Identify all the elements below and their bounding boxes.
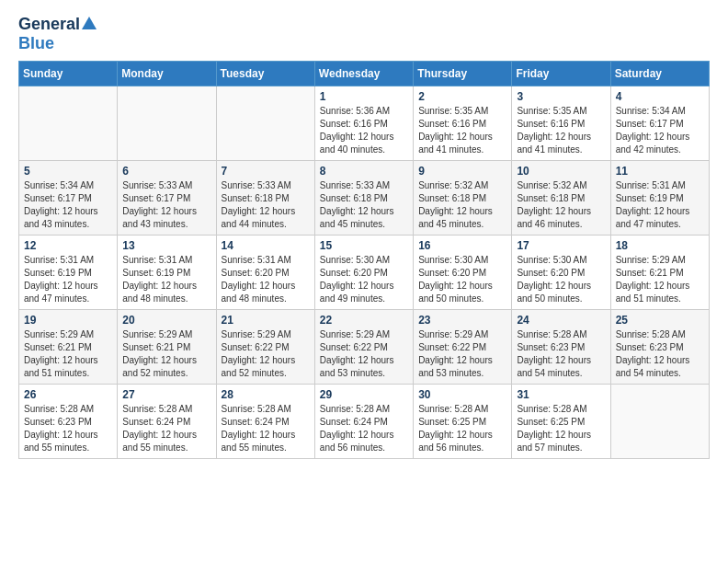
day-number: 27 [122,388,210,401]
day-number: 9 [418,165,506,178]
day-info: Sunrise: 5:29 AMSunset: 6:22 PMDaylight:… [222,328,310,380]
day-info: Sunrise: 5:31 AMSunset: 6:20 PMDaylight:… [222,254,310,305]
day-number: 25 [616,314,704,327]
day-info: Sunrise: 5:35 AMSunset: 6:16 PMDaylight:… [517,105,605,156]
calendar-week-row: 19Sunrise: 5:29 AMSunset: 6:21 PMDayligh… [19,310,710,385]
day-info: Sunrise: 5:28 AMSunset: 6:24 PMDaylight:… [122,403,210,454]
day-number: 4 [616,90,704,103]
calendar-header: SundayMondayTuesdayWednesdayThursdayFrid… [19,62,710,86]
calendar-cell: 14Sunrise: 5:31 AMSunset: 6:20 PMDayligh… [216,236,314,310]
day-info: Sunrise: 5:31 AMSunset: 6:19 PMDaylight:… [616,179,704,231]
day-number: 23 [418,314,506,327]
weekday-header: Sunday [19,62,118,86]
day-info: Sunrise: 5:29 AMSunset: 6:21 PMDaylight:… [24,328,112,380]
calendar-week-row: 12Sunrise: 5:31 AMSunset: 6:19 PMDayligh… [19,236,710,310]
calendar-cell [19,86,118,161]
day-info: Sunrise: 5:30 AMSunset: 6:20 PMDaylight:… [517,254,605,305]
day-number: 21 [222,314,310,327]
calendar-cell: 6Sunrise: 5:33 AMSunset: 6:17 PMDaylight… [118,161,216,236]
weekday-header: Friday [512,62,610,86]
day-info: Sunrise: 5:28 AMSunset: 6:25 PMDaylight:… [517,403,605,454]
day-info: Sunrise: 5:32 AMSunset: 6:18 PMDaylight:… [418,179,506,231]
day-number: 8 [320,165,408,178]
day-number: 12 [24,239,112,252]
calendar-cell: 7Sunrise: 5:33 AMSunset: 6:18 PMDaylight… [216,161,314,236]
svg-marker-0 [82,17,97,29]
day-info: Sunrise: 5:29 AMSunset: 6:22 PMDaylight:… [320,328,408,380]
day-number: 7 [222,165,310,178]
day-number: 2 [418,90,506,103]
day-info: Sunrise: 5:30 AMSunset: 6:20 PMDaylight:… [418,254,506,305]
day-number: 10 [517,165,605,178]
weekday-header: Thursday [414,62,512,86]
day-number: 30 [418,388,506,401]
calendar-week-row: 1Sunrise: 5:36 AMSunset: 6:16 PMDaylight… [19,86,710,161]
logo-general-text: General [18,15,80,34]
calendar-cell: 13Sunrise: 5:31 AMSunset: 6:19 PMDayligh… [118,236,216,310]
day-info: Sunrise: 5:35 AMSunset: 6:16 PMDaylight:… [418,105,506,156]
calendar-cell: 11Sunrise: 5:31 AMSunset: 6:19 PMDayligh… [610,161,709,236]
calendar-body: 1Sunrise: 5:36 AMSunset: 6:16 PMDaylight… [19,86,710,459]
calendar-cell: 9Sunrise: 5:32 AMSunset: 6:18 PMDaylight… [414,161,512,236]
day-info: Sunrise: 5:29 AMSunset: 6:21 PMDaylight:… [616,254,704,305]
calendar-cell: 27Sunrise: 5:28 AMSunset: 6:24 PMDayligh… [118,385,216,459]
calendar-cell: 15Sunrise: 5:30 AMSunset: 6:20 PMDayligh… [314,236,413,310]
day-number: 24 [517,314,605,327]
header-row: SundayMondayTuesdayWednesdayThursdayFrid… [19,62,710,86]
weekday-header: Monday [118,62,216,86]
page-header: General Blue [18,15,710,53]
calendar-cell: 8Sunrise: 5:33 AMSunset: 6:18 PMDaylight… [314,161,413,236]
day-number: 16 [418,239,506,252]
calendar-cell: 28Sunrise: 5:28 AMSunset: 6:24 PMDayligh… [216,385,314,459]
logo-triangle-icon [82,17,97,33]
day-number: 19 [24,314,112,327]
calendar-table: SundayMondayTuesdayWednesdayThursdayFrid… [18,61,710,459]
calendar-cell: 2Sunrise: 5:35 AMSunset: 6:16 PMDaylight… [414,86,512,161]
calendar-cell: 31Sunrise: 5:28 AMSunset: 6:25 PMDayligh… [512,385,610,459]
calendar-cell: 5Sunrise: 5:34 AMSunset: 6:17 PMDaylight… [19,161,118,236]
calendar-cell: 19Sunrise: 5:29 AMSunset: 6:21 PMDayligh… [19,310,118,385]
day-number: 29 [320,388,408,401]
day-info: Sunrise: 5:34 AMSunset: 6:17 PMDaylight:… [616,105,704,156]
calendar-cell: 18Sunrise: 5:29 AMSunset: 6:21 PMDayligh… [610,236,709,310]
day-number: 26 [24,388,112,401]
day-info: Sunrise: 5:31 AMSunset: 6:19 PMDaylight:… [122,254,210,305]
day-number: 3 [517,90,605,103]
day-info: Sunrise: 5:28 AMSunset: 6:24 PMDaylight:… [222,403,310,454]
day-info: Sunrise: 5:32 AMSunset: 6:18 PMDaylight:… [517,179,605,231]
day-number: 15 [320,239,408,252]
calendar-cell: 30Sunrise: 5:28 AMSunset: 6:25 PMDayligh… [414,385,512,459]
day-number: 1 [320,90,408,103]
day-info: Sunrise: 5:33 AMSunset: 6:18 PMDaylight:… [222,179,310,231]
day-number: 31 [517,388,605,401]
calendar-cell: 23Sunrise: 5:29 AMSunset: 6:22 PMDayligh… [414,310,512,385]
calendar-cell: 20Sunrise: 5:29 AMSunset: 6:21 PMDayligh… [118,310,216,385]
day-info: Sunrise: 5:30 AMSunset: 6:20 PMDaylight:… [320,254,408,305]
day-number: 18 [616,239,704,252]
day-info: Sunrise: 5:28 AMSunset: 6:23 PMDaylight:… [616,328,704,380]
calendar-cell: 26Sunrise: 5:28 AMSunset: 6:23 PMDayligh… [19,385,118,459]
calendar-cell: 25Sunrise: 5:28 AMSunset: 6:23 PMDayligh… [610,310,709,385]
day-info: Sunrise: 5:33 AMSunset: 6:17 PMDaylight:… [122,179,210,231]
day-number: 14 [222,239,310,252]
day-number: 22 [320,314,408,327]
weekday-header: Saturday [610,62,709,86]
calendar-cell: 22Sunrise: 5:29 AMSunset: 6:22 PMDayligh… [314,310,413,385]
calendar-week-row: 26Sunrise: 5:28 AMSunset: 6:23 PMDayligh… [19,385,710,459]
day-info: Sunrise: 5:28 AMSunset: 6:24 PMDaylight:… [320,403,408,454]
calendar-cell: 3Sunrise: 5:35 AMSunset: 6:16 PMDaylight… [512,86,610,161]
logo: General Blue [18,15,97,53]
day-number: 13 [122,239,210,252]
day-number: 17 [517,239,605,252]
calendar-cell: 17Sunrise: 5:30 AMSunset: 6:20 PMDayligh… [512,236,610,310]
day-info: Sunrise: 5:29 AMSunset: 6:21 PMDaylight:… [122,328,210,380]
day-info: Sunrise: 5:28 AMSunset: 6:25 PMDaylight:… [418,403,506,454]
day-info: Sunrise: 5:28 AMSunset: 6:23 PMDaylight:… [24,403,112,454]
day-number: 5 [24,165,112,178]
calendar-cell: 21Sunrise: 5:29 AMSunset: 6:22 PMDayligh… [216,310,314,385]
day-number: 11 [616,165,704,178]
day-info: Sunrise: 5:29 AMSunset: 6:22 PMDaylight:… [418,328,506,380]
day-info: Sunrise: 5:28 AMSunset: 6:23 PMDaylight:… [517,328,605,380]
calendar-cell: 12Sunrise: 5:31 AMSunset: 6:19 PMDayligh… [19,236,118,310]
calendar-cell: 24Sunrise: 5:28 AMSunset: 6:23 PMDayligh… [512,310,610,385]
